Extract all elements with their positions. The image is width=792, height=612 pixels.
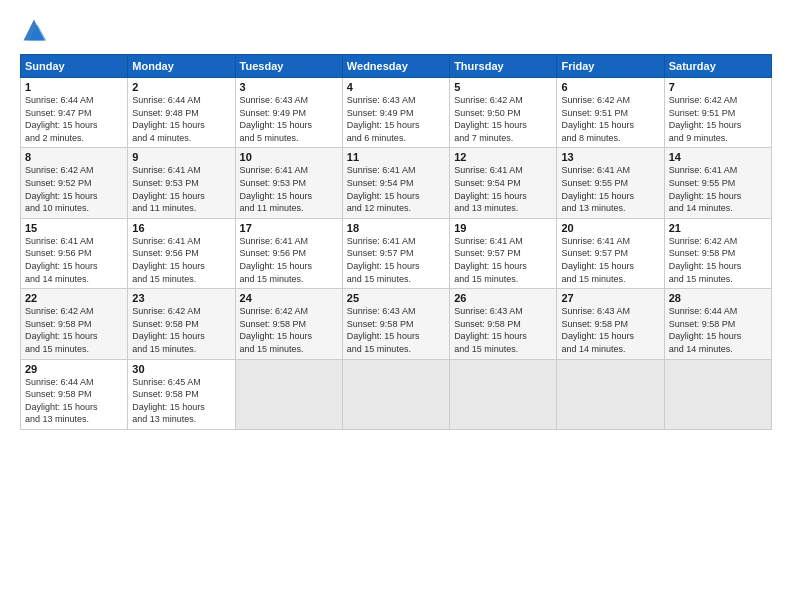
day-cell xyxy=(664,359,771,429)
day-cell: 10Sunrise: 6:41 AM Sunset: 9:53 PM Dayli… xyxy=(235,148,342,218)
day-detail: Sunrise: 6:41 AM Sunset: 9:53 PM Dayligh… xyxy=(132,164,230,214)
day-number: 23 xyxy=(132,292,230,304)
day-number: 3 xyxy=(240,81,338,93)
day-cell: 23Sunrise: 6:42 AM Sunset: 9:58 PM Dayli… xyxy=(128,289,235,359)
day-detail: Sunrise: 6:41 AM Sunset: 9:56 PM Dayligh… xyxy=(132,235,230,285)
day-detail: Sunrise: 6:41 AM Sunset: 9:55 PM Dayligh… xyxy=(561,164,659,214)
day-cell: 4Sunrise: 6:43 AM Sunset: 9:49 PM Daylig… xyxy=(342,78,449,148)
day-cell: 1Sunrise: 6:44 AM Sunset: 9:47 PM Daylig… xyxy=(21,78,128,148)
day-cell: 25Sunrise: 6:43 AM Sunset: 9:58 PM Dayli… xyxy=(342,289,449,359)
day-cell: 12Sunrise: 6:41 AM Sunset: 9:54 PM Dayli… xyxy=(450,148,557,218)
header-cell-friday: Friday xyxy=(557,55,664,78)
day-number: 8 xyxy=(25,151,123,163)
day-detail: Sunrise: 6:44 AM Sunset: 9:58 PM Dayligh… xyxy=(669,305,767,355)
day-cell: 24Sunrise: 6:42 AM Sunset: 9:58 PM Dayli… xyxy=(235,289,342,359)
day-cell: 20Sunrise: 6:41 AM Sunset: 9:57 PM Dayli… xyxy=(557,218,664,288)
day-cell: 2Sunrise: 6:44 AM Sunset: 9:48 PM Daylig… xyxy=(128,78,235,148)
day-cell: 17Sunrise: 6:41 AM Sunset: 9:56 PM Dayli… xyxy=(235,218,342,288)
header-cell-wednesday: Wednesday xyxy=(342,55,449,78)
week-row-1: 1Sunrise: 6:44 AM Sunset: 9:47 PM Daylig… xyxy=(21,78,772,148)
day-number: 21 xyxy=(669,222,767,234)
day-cell: 14Sunrise: 6:41 AM Sunset: 9:55 PM Dayli… xyxy=(664,148,771,218)
header xyxy=(20,16,772,44)
day-detail: Sunrise: 6:41 AM Sunset: 9:57 PM Dayligh… xyxy=(561,235,659,285)
day-detail: Sunrise: 6:45 AM Sunset: 9:58 PM Dayligh… xyxy=(132,376,230,426)
calendar-body: 1Sunrise: 6:44 AM Sunset: 9:47 PM Daylig… xyxy=(21,78,772,430)
day-cell xyxy=(342,359,449,429)
day-cell: 19Sunrise: 6:41 AM Sunset: 9:57 PM Dayli… xyxy=(450,218,557,288)
day-number: 9 xyxy=(132,151,230,163)
day-detail: Sunrise: 6:41 AM Sunset: 9:54 PM Dayligh… xyxy=(347,164,445,214)
day-detail: Sunrise: 6:43 AM Sunset: 9:58 PM Dayligh… xyxy=(347,305,445,355)
day-detail: Sunrise: 6:41 AM Sunset: 9:57 PM Dayligh… xyxy=(347,235,445,285)
week-row-3: 15Sunrise: 6:41 AM Sunset: 9:56 PM Dayli… xyxy=(21,218,772,288)
day-number: 22 xyxy=(25,292,123,304)
day-number: 29 xyxy=(25,363,123,375)
header-cell-sunday: Sunday xyxy=(21,55,128,78)
day-number: 5 xyxy=(454,81,552,93)
day-number: 18 xyxy=(347,222,445,234)
day-number: 30 xyxy=(132,363,230,375)
header-cell-monday: Monday xyxy=(128,55,235,78)
header-cell-tuesday: Tuesday xyxy=(235,55,342,78)
day-number: 24 xyxy=(240,292,338,304)
day-cell: 13Sunrise: 6:41 AM Sunset: 9:55 PM Dayli… xyxy=(557,148,664,218)
day-cell: 3Sunrise: 6:43 AM Sunset: 9:49 PM Daylig… xyxy=(235,78,342,148)
calendar-header: SundayMondayTuesdayWednesdayThursdayFrid… xyxy=(21,55,772,78)
day-detail: Sunrise: 6:44 AM Sunset: 9:47 PM Dayligh… xyxy=(25,94,123,144)
day-detail: Sunrise: 6:42 AM Sunset: 9:58 PM Dayligh… xyxy=(132,305,230,355)
day-number: 25 xyxy=(347,292,445,304)
day-detail: Sunrise: 6:43 AM Sunset: 9:49 PM Dayligh… xyxy=(240,94,338,144)
day-number: 4 xyxy=(347,81,445,93)
day-number: 13 xyxy=(561,151,659,163)
day-detail: Sunrise: 6:41 AM Sunset: 9:55 PM Dayligh… xyxy=(669,164,767,214)
day-detail: Sunrise: 6:42 AM Sunset: 9:52 PM Dayligh… xyxy=(25,164,123,214)
day-detail: Sunrise: 6:41 AM Sunset: 9:54 PM Dayligh… xyxy=(454,164,552,214)
day-cell: 30Sunrise: 6:45 AM Sunset: 9:58 PM Dayli… xyxy=(128,359,235,429)
day-cell: 5Sunrise: 6:42 AM Sunset: 9:50 PM Daylig… xyxy=(450,78,557,148)
week-row-4: 22Sunrise: 6:42 AM Sunset: 9:58 PM Dayli… xyxy=(21,289,772,359)
day-detail: Sunrise: 6:41 AM Sunset: 9:56 PM Dayligh… xyxy=(240,235,338,285)
day-number: 10 xyxy=(240,151,338,163)
header-row: SundayMondayTuesdayWednesdayThursdayFrid… xyxy=(21,55,772,78)
day-number: 27 xyxy=(561,292,659,304)
day-cell xyxy=(235,359,342,429)
day-cell xyxy=(450,359,557,429)
day-detail: Sunrise: 6:43 AM Sunset: 9:58 PM Dayligh… xyxy=(561,305,659,355)
day-cell: 6Sunrise: 6:42 AM Sunset: 9:51 PM Daylig… xyxy=(557,78,664,148)
day-number: 11 xyxy=(347,151,445,163)
day-number: 28 xyxy=(669,292,767,304)
day-detail: Sunrise: 6:42 AM Sunset: 9:58 PM Dayligh… xyxy=(240,305,338,355)
day-number: 2 xyxy=(132,81,230,93)
day-cell: 16Sunrise: 6:41 AM Sunset: 9:56 PM Dayli… xyxy=(128,218,235,288)
logo xyxy=(20,16,52,44)
day-cell: 27Sunrise: 6:43 AM Sunset: 9:58 PM Dayli… xyxy=(557,289,664,359)
page: SundayMondayTuesdayWednesdayThursdayFrid… xyxy=(0,0,792,612)
day-number: 12 xyxy=(454,151,552,163)
day-cell: 22Sunrise: 6:42 AM Sunset: 9:58 PM Dayli… xyxy=(21,289,128,359)
day-cell: 7Sunrise: 6:42 AM Sunset: 9:51 PM Daylig… xyxy=(664,78,771,148)
header-cell-saturday: Saturday xyxy=(664,55,771,78)
logo-icon xyxy=(20,16,48,44)
day-detail: Sunrise: 6:43 AM Sunset: 9:49 PM Dayligh… xyxy=(347,94,445,144)
day-detail: Sunrise: 6:42 AM Sunset: 9:58 PM Dayligh… xyxy=(25,305,123,355)
day-cell: 11Sunrise: 6:41 AM Sunset: 9:54 PM Dayli… xyxy=(342,148,449,218)
day-cell: 9Sunrise: 6:41 AM Sunset: 9:53 PM Daylig… xyxy=(128,148,235,218)
day-detail: Sunrise: 6:41 AM Sunset: 9:57 PM Dayligh… xyxy=(454,235,552,285)
day-cell xyxy=(557,359,664,429)
day-detail: Sunrise: 6:41 AM Sunset: 9:53 PM Dayligh… xyxy=(240,164,338,214)
calendar-table: SundayMondayTuesdayWednesdayThursdayFrid… xyxy=(20,54,772,430)
day-cell: 29Sunrise: 6:44 AM Sunset: 9:58 PM Dayli… xyxy=(21,359,128,429)
day-detail: Sunrise: 6:41 AM Sunset: 9:56 PM Dayligh… xyxy=(25,235,123,285)
day-number: 19 xyxy=(454,222,552,234)
day-cell: 18Sunrise: 6:41 AM Sunset: 9:57 PM Dayli… xyxy=(342,218,449,288)
day-number: 14 xyxy=(669,151,767,163)
day-detail: Sunrise: 6:42 AM Sunset: 9:51 PM Dayligh… xyxy=(561,94,659,144)
day-cell: 15Sunrise: 6:41 AM Sunset: 9:56 PM Dayli… xyxy=(21,218,128,288)
day-number: 7 xyxy=(669,81,767,93)
day-detail: Sunrise: 6:44 AM Sunset: 9:48 PM Dayligh… xyxy=(132,94,230,144)
day-cell: 28Sunrise: 6:44 AM Sunset: 9:58 PM Dayli… xyxy=(664,289,771,359)
day-detail: Sunrise: 6:42 AM Sunset: 9:50 PM Dayligh… xyxy=(454,94,552,144)
day-number: 26 xyxy=(454,292,552,304)
day-number: 17 xyxy=(240,222,338,234)
